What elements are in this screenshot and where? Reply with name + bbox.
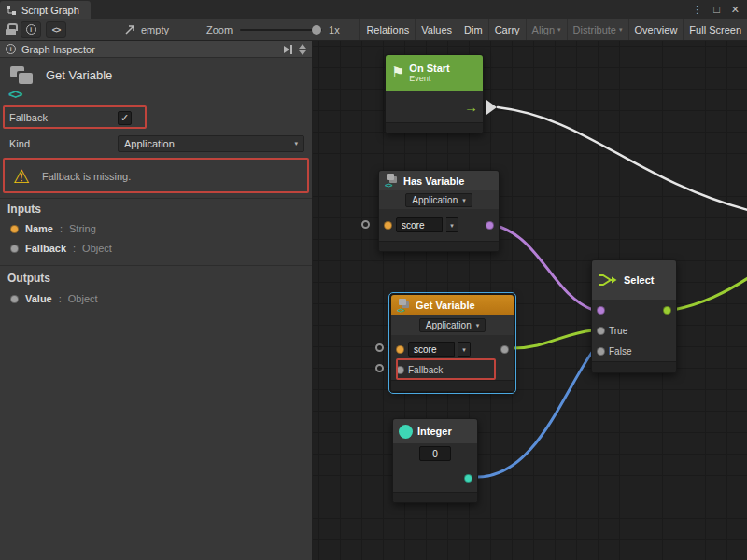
name-input-port[interactable] [396, 345, 404, 354]
node-footer [386, 122, 483, 133]
fallback-port-label: Fallback [408, 365, 443, 375]
condition-row [592, 300, 676, 320]
fallback-input-port[interactable] [396, 366, 404, 374]
warning-icon: ⚠ [13, 167, 30, 186]
node-title: Get Variable [416, 300, 475, 311]
pane-menu-icon[interactable]: ⋮ [692, 4, 702, 16]
true-port-label: True [609, 326, 627, 336]
align-button[interactable]: Align▾ [526, 19, 567, 40]
chevron-down-icon: ▾ [476, 322, 480, 329]
kind-value: Application [124, 138, 175, 149]
variable-icon: <> [397, 299, 411, 313]
node-select[interactable]: Select True False [591, 259, 677, 373]
graph-inspector-panel: i Graph Inspector <> Get Variable Fallba… [0, 41, 313, 560]
variable-picker-button[interactable]: ▾ [458, 342, 471, 357]
carry-button[interactable]: Carry [488, 19, 526, 40]
node-get-variable[interactable]: <> Get Variable Application ▾ score ▾ [390, 294, 514, 392]
zoom-slider[interactable] [240, 21, 322, 39]
graph-canvas[interactable]: ⚑ On Start Event → <> Has Variable Appli… [313, 41, 747, 560]
fallback-row: Fallback [391, 359, 514, 380]
node-header: Select [592, 260, 676, 300]
close-icon[interactable]: ✕ [731, 4, 740, 16]
node-footer [379, 241, 499, 251]
inspector-header: i Graph Inspector [0, 41, 312, 58]
integer-output-port[interactable] [464, 474, 472, 483]
outputs-header: Outputs [7, 272, 50, 285]
inspector-toggle-button[interactable]: i [21, 21, 41, 38]
divider [0, 265, 312, 266]
dim-button[interactable]: Dim [458, 19, 488, 40]
dock-icon[interactable] [284, 45, 292, 54]
node-title: Has Variable [403, 175, 464, 187]
variable-icon: <> [385, 174, 399, 188]
node-footer [393, 492, 477, 502]
zoom-slider-handle[interactable] [312, 25, 321, 35]
result-output-port[interactable] [486, 221, 494, 230]
node-header: ⚑ On Start Event [386, 55, 483, 91]
inputs-header: Inputs [7, 203, 41, 216]
kind-label: Kind [0, 138, 118, 149]
variable-kind-dropdown[interactable]: Application ▾ [419, 318, 486, 332]
false-row: False [592, 341, 676, 361]
true-row: True [592, 320, 676, 341]
variable-name-field[interactable]: score [408, 342, 455, 357]
code-view-button[interactable]: <> [46, 21, 66, 38]
false-input-port[interactable] [597, 347, 605, 356]
integer-value-field[interactable]: 0 [419, 446, 451, 461]
false-port-label: False [609, 346, 631, 357]
name-input-port[interactable] [384, 221, 392, 230]
node-title: Select [624, 274, 654, 286]
inspector-node-title: Get Variable [46, 68, 112, 82]
node-subtitle: Event [409, 74, 449, 83]
node-header: Integer [393, 419, 477, 443]
unconnected-port-ring[interactable] [375, 343, 384, 352]
node-on-start[interactable]: ⚑ On Start Event → [385, 54, 484, 133]
relations-button[interactable]: Relations [359, 19, 415, 40]
variable-picker-button[interactable]: ▾ [446, 217, 458, 232]
jump-to-selection-icon [124, 24, 135, 35]
name-row: score ▾ [391, 339, 514, 359]
values-button[interactable]: Values [415, 19, 458, 40]
unconnected-port-ring[interactable] [375, 364, 384, 372]
zoom-label: Zoom [206, 24, 233, 35]
info-icon: i [26, 24, 36, 35]
value-output-port[interactable] [500, 345, 509, 354]
maximize-icon[interactable]: □ [713, 4, 720, 15]
selection-output-port[interactable] [663, 306, 671, 315]
unconnected-port-ring[interactable] [361, 220, 370, 229]
wires-layer [313, 41, 747, 560]
script-graph-window: Script Graph ⋮ □ ✕ i <> empty Zoom 1x [0, 0, 747, 560]
divider [0, 198, 312, 199]
zoom-slider-track [240, 29, 322, 31]
object-port-dot [10, 295, 19, 303]
node-integer[interactable]: Integer 0 [392, 418, 478, 503]
kind-dropdown[interactable]: Application ▾ [118, 135, 304, 152]
flow-output-arrow-icon[interactable]: → [464, 99, 478, 115]
wire-flow [498, 107, 747, 210]
code-icon: <> [52, 25, 61, 35]
full-screen-button[interactable]: Full Screen [683, 19, 747, 40]
distribute-button[interactable]: Distribute▾ [567, 19, 628, 40]
condition-input-port[interactable] [597, 306, 605, 315]
overview-button[interactable]: Overview [628, 19, 684, 40]
chevron-down-icon: ▾ [557, 26, 561, 33]
variable-kind-dropdown[interactable]: Application ▾ [405, 193, 472, 207]
code-icon: <> [8, 86, 21, 102]
warning-box: ⚠ Fallback is missing. [6, 161, 304, 191]
fallback-checkbox[interactable]: ✓ [118, 111, 132, 125]
lock-icon[interactable] [6, 23, 16, 35]
node-has-variable[interactable]: <> Has Variable Application ▾ score ▾ [378, 170, 500, 252]
tab-title: Script Graph [21, 5, 79, 16]
variable-name-field[interactable]: score [396, 217, 443, 232]
output-row-value: Value : Object [10, 293, 98, 304]
node-title: Integer [417, 426, 452, 437]
node-header: <> Has Variable [379, 171, 499, 190]
tab-script-graph[interactable]: Script Graph [0, 1, 91, 19]
script-graph-icon [6, 5, 17, 16]
scroll-arrows-icon[interactable] [299, 44, 306, 55]
chevron-down-icon: ▾ [294, 140, 298, 147]
true-input-port[interactable] [597, 327, 605, 335]
wire-select-output [673, 278, 747, 310]
info-icon: i [6, 44, 16, 54]
get-variable-icon: <> [8, 65, 42, 106]
